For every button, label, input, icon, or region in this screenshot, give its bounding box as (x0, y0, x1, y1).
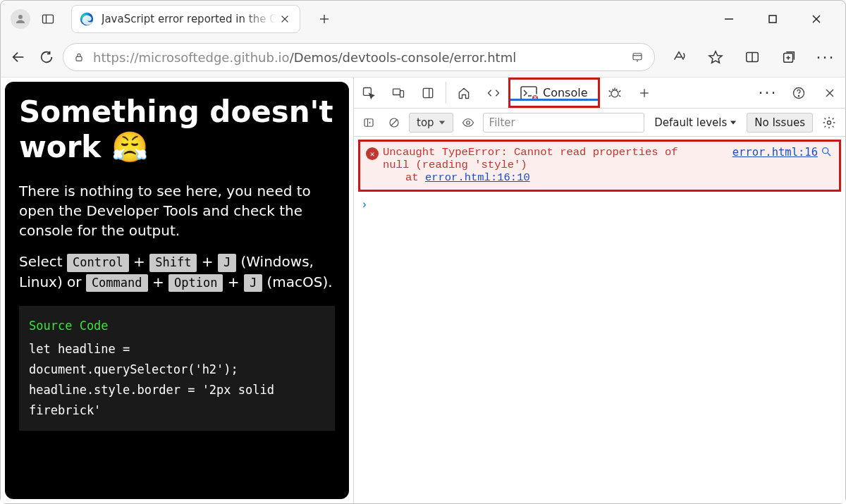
edge-favicon-icon (79, 11, 94, 27)
more-tabs-button[interactable] (630, 78, 659, 108)
refresh-button[interactable] (35, 42, 59, 73)
profile-avatar[interactable] (11, 9, 30, 29)
search-error-button[interactable] (821, 146, 833, 159)
kbd-j: J (218, 254, 236, 272)
svg-rect-9 (769, 16, 776, 23)
svg-rect-25 (393, 89, 400, 94)
kbd-option: Option (168, 274, 223, 293)
plus-icon (637, 86, 651, 100)
devtools-more-button[interactable]: ··· (752, 84, 783, 102)
svg-marker-51 (730, 121, 736, 124)
console-output: ✕ Uncaught TypeError: Cannot read proper… (354, 137, 845, 503)
clear-icon (388, 116, 400, 129)
refresh-icon (39, 49, 54, 65)
code-icon (486, 86, 501, 100)
svg-rect-27 (423, 88, 432, 97)
svg-point-53 (823, 148, 828, 154)
dock-side-button[interactable] (413, 78, 443, 108)
svg-line-35 (608, 95, 611, 97)
url-text: https://microsoftedge.github.io/Demos/de… (89, 50, 626, 65)
error-message: Uncaught TypeError: Cannot read properti… (383, 146, 732, 184)
tab-actions-button[interactable] (37, 8, 59, 30)
site-info-button[interactable] (69, 47, 89, 67)
browser-tab[interactable]: JavaScript error reported in the C (71, 5, 300, 33)
svg-line-48 (391, 120, 397, 125)
sources-tab[interactable] (600, 78, 630, 108)
collections-icon (781, 49, 797, 65)
stack-trace-link[interactable]: error.html:16:10 (425, 171, 530, 184)
filter-placeholder: Filter (489, 116, 515, 129)
titlebar: JavaScript error reported in the C (1, 1, 845, 37)
console-error-highlight: ✕ Uncaught TypeError: Cannot read proper… (358, 140, 841, 192)
dots-icon: ··· (759, 84, 778, 102)
clear-console-button[interactable] (384, 112, 405, 133)
toolbar-row: https://microsoftedge.github.io/Demos/de… (1, 37, 845, 77)
favorites-button[interactable] (701, 43, 730, 71)
maximize-icon (768, 14, 778, 24)
svg-rect-26 (400, 90, 404, 97)
context-label: top (417, 116, 434, 129)
chevron-down-icon (439, 119, 446, 126)
welcome-tab[interactable] (449, 78, 479, 108)
workspaces-icon (41, 12, 55, 26)
svg-point-42 (798, 95, 799, 96)
execution-context-selector[interactable]: top (409, 113, 453, 133)
arrow-left-icon (11, 49, 26, 65)
devtools-close-button[interactable] (814, 86, 845, 100)
inspect-element-button[interactable] (354, 78, 384, 108)
content-area: Something doesn't work 😤 There is nothin… (1, 77, 845, 503)
address-bar[interactable]: https://microsoftedge.github.io/Demos/de… (63, 43, 655, 71)
svg-rect-45 (364, 118, 373, 126)
svg-marker-49 (439, 121, 444, 124)
svg-line-37 (612, 89, 613, 90)
dock-icon (421, 86, 435, 100)
svg-point-52 (828, 121, 831, 124)
svg-marker-18 (709, 51, 722, 63)
split-screen-button[interactable] (738, 43, 766, 71)
console-settings-button[interactable] (817, 116, 841, 130)
devtools-help-button[interactable] (783, 86, 814, 100)
star-icon (708, 49, 723, 65)
svg-rect-14 (633, 54, 642, 60)
toolbar-right: ··· (665, 43, 840, 71)
page-heading: Something doesn't work 😤 (19, 94, 335, 166)
svg-point-31 (611, 90, 618, 97)
kbd-command: Command (86, 274, 148, 293)
console-prompt[interactable]: › (354, 196, 845, 214)
plus-icon (318, 13, 331, 25)
page-paragraph-2: Select Control + Shift + J (Windows, Lin… (19, 252, 335, 293)
window-controls (718, 8, 827, 30)
collections-button[interactable] (775, 43, 803, 71)
console-tab[interactable]: × Console (510, 86, 598, 100)
device-emulation-button[interactable] (384, 78, 413, 108)
tab-title: JavaScript error reported in the C (102, 13, 277, 25)
sidebar-icon (362, 116, 375, 129)
page-viewport: Something doesn't work 😤 There is nothin… (1, 78, 353, 503)
issues-button[interactable]: No Issues (747, 113, 813, 133)
browser-window: JavaScript error reported in the C https… (0, 0, 846, 504)
filter-input[interactable]: Filter (483, 113, 645, 133)
read-aloud-button[interactable] (665, 43, 693, 71)
install-app-button[interactable] (626, 51, 649, 63)
console-error-row[interactable]: ✕ Uncaught TypeError: Cannot read proper… (360, 142, 839, 190)
toggle-sidebar-button[interactable] (358, 112, 379, 133)
minimize-icon (724, 14, 734, 24)
tab-close-button[interactable] (277, 11, 293, 27)
back-button[interactable] (6, 42, 30, 73)
close-icon (280, 14, 290, 24)
chevron-down-icon (730, 119, 737, 126)
console-tab-highlight: × Console (508, 78, 600, 108)
code-label: Source Code (29, 316, 325, 336)
svg-line-33 (608, 90, 611, 92)
source-code-block: Source Code let headline = document.quer… (19, 306, 335, 430)
live-expression-button[interactable] (458, 112, 479, 133)
settings-more-button[interactable]: ··· (811, 43, 840, 71)
close-window-button[interactable] (806, 8, 827, 30)
minimize-button[interactable] (718, 8, 740, 30)
log-levels-selector[interactable]: Default levels (649, 113, 742, 133)
error-source-link[interactable]: error.html:16 (732, 146, 818, 184)
elements-tab[interactable] (479, 78, 508, 108)
new-tab-button[interactable] (310, 5, 338, 33)
maximize-button[interactable] (762, 8, 783, 30)
devtools-tabstrip: × Console ··· (354, 78, 845, 109)
